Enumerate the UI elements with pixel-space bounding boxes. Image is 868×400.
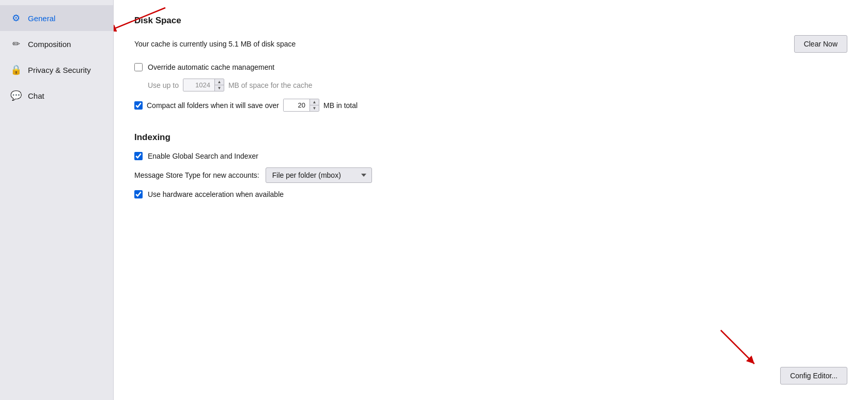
compact-folders-decrement[interactable]: ▼ [310, 105, 319, 111]
sidebar-item-general-label: General [28, 14, 55, 23]
hardware-accel-checkbox[interactable] [134, 190, 143, 198]
indexing-title: Indexing [134, 132, 847, 143]
compact-folders-input[interactable]: 20 [284, 99, 309, 111]
disk-space-row: Your cache is currently using 5.1 MB of … [134, 35, 847, 53]
compact-folders-arrows: ▲ ▼ [309, 99, 319, 111]
message-store-row: Message Store Type for new accounts: Fil… [134, 167, 847, 183]
use-up-to-suffix: MB of space for the cache [228, 81, 313, 89]
pencil-icon: ✏ [10, 38, 22, 50]
lock-icon: 🔒 [10, 64, 22, 75]
config-editor-button[interactable]: Config Editor... [780, 367, 847, 384]
use-up-to-increment[interactable]: ▲ [215, 79, 224, 85]
arrow-annotation-config [705, 325, 767, 372]
override-cache-label: Override automatic cache management [148, 63, 274, 71]
sidebar-item-general[interactable]: ⚙ General [0, 5, 113, 31]
svg-line-1 [721, 330, 754, 364]
compact-folders-increment[interactable]: ▲ [310, 99, 319, 105]
sidebar-item-composition[interactable]: ✏ Composition [0, 31, 113, 57]
cache-info-text: Your cache is currently using 5.1 MB of … [134, 40, 296, 48]
sidebar-item-privacy-label: Privacy & Security [28, 66, 91, 74]
sidebar-item-chat-label: Chat [28, 91, 44, 100]
use-up-to-decrement[interactable]: ▼ [215, 85, 224, 91]
hardware-accel-row: Use hardware acceleration when available [134, 190, 847, 198]
use-up-to-arrows: ▲ ▼ [214, 79, 224, 91]
use-up-to-row: Use up to 1024 ▲ ▼ MB of space for the c… [148, 79, 847, 91]
override-cache-row: Override automatic cache management [134, 63, 847, 71]
sidebar-item-chat[interactable]: 💬 Chat [0, 83, 113, 109]
override-cache-checkbox[interactable] [134, 63, 143, 71]
message-store-select[interactable]: File per folder (mbox) File per message … [266, 167, 372, 183]
enable-global-search-label: Enable Global Search and Indexer [148, 152, 258, 160]
sidebar-item-privacy-security[interactable]: 🔒 Privacy & Security [0, 57, 113, 83]
clear-now-button[interactable]: Clear Now [794, 35, 847, 53]
disk-space-title: Disk Space [134, 16, 847, 26]
use-up-to-input[interactable]: 1024 [183, 79, 214, 91]
sidebar: ⚙ General ✏ Composition 🔒 Privacy & Secu… [0, 0, 114, 400]
use-up-to-prefix: Use up to [148, 81, 179, 89]
disk-space-section: Disk Space Your cache is currently using… [134, 16, 847, 112]
compact-folders-prefix: Compact all folders when it will save ov… [147, 101, 279, 110]
main-content: Disk Space Your cache is currently using… [114, 0, 868, 400]
message-store-label: Message Store Type for new accounts: [134, 171, 259, 179]
use-up-to-spinbox: 1024 ▲ ▼ [183, 79, 224, 91]
enable-global-search-checkbox[interactable] [134, 152, 143, 160]
compact-folders-row: Compact all folders when it will save ov… [134, 99, 847, 112]
sidebar-item-composition-label: Composition [28, 40, 71, 49]
hardware-accel-label: Use hardware acceleration when available [148, 190, 284, 198]
compact-folders-checkbox[interactable] [134, 101, 143, 110]
gear-icon: ⚙ [10, 12, 22, 24]
compact-folders-spinbox: 20 ▲ ▼ [283, 99, 319, 112]
enable-global-search-row: Enable Global Search and Indexer [134, 152, 847, 160]
indexing-section: Indexing Enable Global Search and Indexe… [134, 132, 847, 198]
compact-folders-suffix: MB in total [323, 101, 358, 110]
chat-icon: 💬 [10, 90, 22, 101]
